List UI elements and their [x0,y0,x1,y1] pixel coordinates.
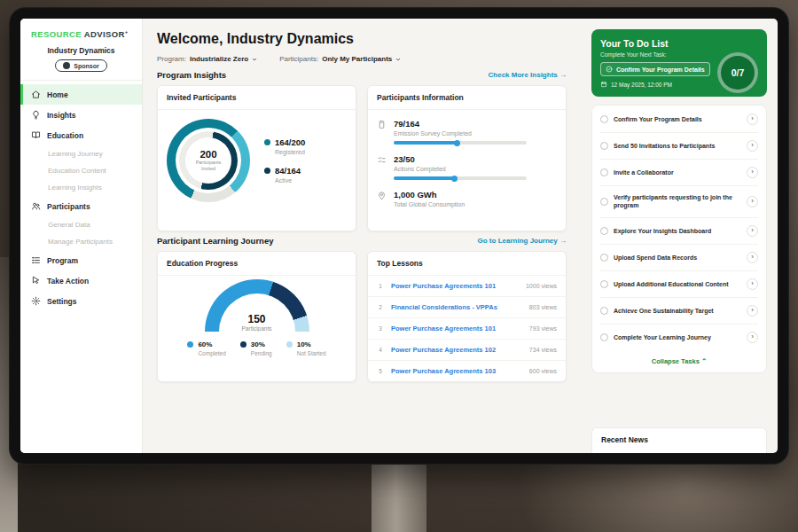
task-label[interactable]: Upload Additional Educational Content [614,280,741,288]
lesson-views: 803 views [529,304,557,310]
legend-value: 84/164 [275,166,301,176]
checklist-icon [377,155,387,165]
legend-value: 10% [297,340,311,348]
sidebar-item-insights[interactable]: Insights [20,105,142,125]
lesson-link[interactable]: Power Purchase Agreements 101 [391,325,522,332]
task-checkbox[interactable] [600,168,608,176]
task-label[interactable]: Explore Your Insights Dashboard [614,227,741,235]
task-label[interactable]: Invite a Collaborator [614,168,741,176]
check-circle-icon [606,66,613,73]
task-label[interactable]: Send 50 Invitations to Participants [614,142,741,150]
task-checkbox[interactable] [600,198,608,206]
chevron-right-icon: › [751,198,754,205]
task-chevron-button[interactable]: › [747,196,758,207]
task-chevron-button[interactable]: › [747,140,758,152]
task-row[interactable]: Achieve One Sustainability Target › [600,298,758,325]
task-row[interactable]: Complete Your Learning Journey › [600,325,758,350]
lesson-views: 600 views [529,368,557,374]
legend-label: Completed [198,350,225,356]
legend-active: 84/164 Active [264,166,305,184]
sidebar-item-participants[interactable]: Participants [20,196,142,216]
task-label[interactable]: Achieve One Sustainability Target [614,307,741,315]
sidebar-item-take-action[interactable]: Take Action [20,270,142,291]
sidebar-item-education-content[interactable]: Education Content [20,162,142,179]
learning-journey-header: Participant Learning Journey Go to Learn… [157,236,567,246]
chevron-right-icon: › [751,227,754,234]
task-checkbox[interactable] [600,333,608,341]
task-label[interactable]: Upload Spend Data Records [614,254,741,262]
program-dropdown[interactable]: Program: Industrialize Zero [157,55,258,63]
stat-label: Emission Survey Completed [394,130,527,137]
go-to-learning-journey-link[interactable]: Go to Learning Journey → [478,237,567,245]
task-label[interactable]: Confirm Your Program Details [614,115,741,123]
task-label[interactable]: Verify participants requesting to join t… [614,193,741,210]
actions-completed-row: 23/50 Actions Completed [377,154,557,180]
legend-pending: 30% Pending [240,340,272,356]
participants-dropdown[interactable]: Participants: Only My Participants [279,55,402,63]
task-row[interactable]: Invite a Collaborator › [600,160,758,186]
task-checkbox[interactable] [600,307,608,315]
stat-label: Actions Completed [394,166,527,172]
sidebar-item-manage-participants[interactable]: Manage Participants [20,233,142,250]
lesson-row: 5 Power Purchase Agreements 103 600 view… [368,361,566,381]
chevron-right-icon: › [751,254,754,261]
legend-label: Pending [251,350,272,356]
task-checkbox[interactable] [600,254,608,262]
lesson-link[interactable]: Power Purchase Agreements 101 [391,282,519,290]
sidebar-item-education[interactable]: Education [20,125,142,145]
task-row[interactable]: Confirm Your Program Details › [600,106,758,133]
task-chevron-button[interactable]: › [747,305,758,317]
sidebar-item-label: Program [47,256,78,265]
chevron-down-icon [395,56,402,63]
task-checkbox[interactable] [600,115,608,123]
legend-completed: 60% Completed [187,340,225,356]
task-chevron-button[interactable]: › [747,167,758,178]
sponsor-badge-label: Sponsor [74,63,98,69]
task-row[interactable]: Send 50 Invitations to Participants › [600,133,758,160]
task-checkbox[interactable] [600,142,608,150]
cursor-icon [31,276,41,286]
sidebar-nav: Home Insights Education Learning Journey… [20,80,142,311]
education-gauge-chart: 150 Participants [205,279,309,332]
lesson-link[interactable]: Financial Considerations - VPPAs [391,303,522,311]
learning-cards-row: Education Progress 150 Participants 60% [157,251,567,382]
section-title: Program Insights [157,70,226,80]
sponsor-badge[interactable]: Sponsor [55,59,106,72]
chevron-right-icon: › [751,115,754,122]
task-label[interactable]: Complete Your Learning Journey [614,333,741,341]
sponsor-person-icon [63,62,70,69]
sidebar-item-settings[interactable]: Settings [20,291,142,311]
task-chevron-button[interactable]: › [747,113,758,125]
task-checkbox[interactable] [600,280,608,288]
sidebar-item-program[interactable]: Program [20,250,142,270]
collapse-caret-icon: ⌃ [701,357,707,365]
task-row[interactable]: Upload Spend Data Records › [600,245,758,271]
task-row[interactable]: Upload Additional Educational Content › [600,271,758,298]
sidebar-item-general-data[interactable]: General Data [20,216,142,233]
task-chevron-button[interactable]: › [747,332,758,343]
sidebar-item-learning-insights[interactable]: Learning Insights [20,179,142,196]
lesson-row: 3 Power Purchase Agreements 101 793 view… [368,318,566,340]
chevron-right-icon: › [751,168,754,176]
recent-news-header[interactable]: Recent News [591,427,767,453]
task-row[interactable]: Explore Your Insights Dashboard › [600,218,758,245]
check-more-insights-link[interactable]: Check More Insights → [489,71,567,79]
task-chevron-button[interactable]: › [747,252,758,263]
due-date-label: 12 May 2025, 12:00 PM [611,82,672,88]
task-chevron-button[interactable]: › [747,278,758,290]
task-chevron-button[interactable]: › [747,225,758,237]
lesson-link[interactable]: Power Purchase Agreements 102 [391,346,522,354]
collapse-tasks-link[interactable]: Collapse Tasks ⌃ [600,350,758,372]
lesson-link[interactable]: Power Purchase Agreements 103 [391,367,522,375]
next-task-chip[interactable]: Confirm Your Program Details [600,62,710,76]
sidebar-item-home[interactable]: Home [20,84,142,105]
donut-legend: 164/200 Registered 84/164 Active [264,137,305,184]
task-checkbox[interactable] [600,227,608,235]
sidebar-item-learning-journey[interactable]: Learning Journey [20,145,142,162]
legend-label: Not Started [297,350,326,356]
task-row[interactable]: Verify participants requesting to join t… [600,186,758,218]
brand-logo: RESOURCE ADVISOR+ [20,27,142,46]
lesson-rank: 3 [377,325,384,332]
insights-cards-row: Invited Participants 200 Participants In… [157,85,567,231]
card-title: Participants Information [368,86,566,110]
